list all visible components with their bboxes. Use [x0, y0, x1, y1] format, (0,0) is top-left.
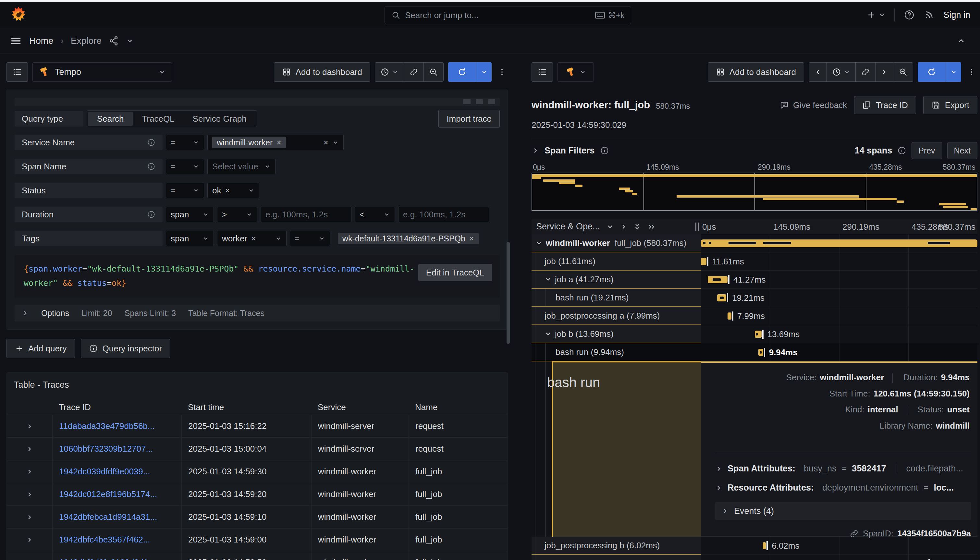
trace-table-row[interactable]: 11dabada33e479db56b...2025-01-03 15:16:2… [7, 415, 508, 437]
resource-attributes-row[interactable]: Resource Attributes: deployment.environm… [715, 483, 971, 493]
span-row[interactable]: job b (13.69ms)13.69ms [532, 325, 977, 343]
span-timeline-cell[interactable] [701, 234, 977, 252]
span-duration-bar[interactable] [728, 312, 732, 320]
span-duration-bar[interactable] [763, 542, 766, 549]
chevron-right-icon[interactable] [26, 445, 33, 453]
chevron-down-icon[interactable] [535, 240, 543, 247]
datasource-picker-mini[interactable] [557, 62, 594, 82]
duration-min-input[interactable]: e.g. 100ms, 1.2s [260, 207, 352, 222]
grafana-logo[interactable] [10, 6, 27, 24]
datasource-picker[interactable]: Tempo [32, 62, 172, 82]
edit-in-traceql-button[interactable]: Edit in TraceQL [418, 264, 492, 281]
span-row[interactable]: job a (41.27ms)41.27ms [532, 271, 977, 289]
span-attributes-row[interactable]: Span Attributes: busy_ns = 3582417 code.… [715, 463, 971, 474]
span-row[interactable]: job (11.61ms)11.61ms [532, 252, 977, 271]
duration-op-gt[interactable]: > [217, 207, 257, 222]
trace-table-row[interactable]: 1942dbf9d9fa6108d0d1...2025-01-03 14:58:… [7, 551, 508, 560]
content-outline-button[interactable] [532, 62, 553, 82]
status-value[interactable]: ok × [207, 183, 259, 198]
span-timeline-cell[interactable]: 6.02ms [701, 537, 977, 555]
chevron-down-icon[interactable] [545, 276, 552, 283]
span-timeline-cell[interactable]: 9.94ms [701, 343, 977, 362]
time-shift-forward-button[interactable] [875, 63, 893, 82]
chevron-right-icon[interactable] [532, 147, 539, 155]
trace-minimap[interactable] [532, 173, 977, 211]
trace-id-link[interactable]: 1942dc039dfdf9e0039... [59, 467, 150, 477]
trace-table-row[interactable]: 1942dc039dfdf9e0039...2025-01-03 14:59:3… [7, 460, 508, 483]
refresh-icon[interactable] [918, 62, 946, 82]
chevron-right-icon[interactable] [26, 536, 33, 543]
span-name-cell[interactable]: bash run (19.21ms) [532, 289, 701, 307]
sign-in-link[interactable]: Sign in [943, 10, 970, 20]
duration-scope[interactable]: span [166, 207, 214, 222]
chevron-down-icon[interactable] [545, 330, 552, 337]
tags-value-chip[interactable]: wk-default-133114d6a91e-PSPQb× [338, 233, 478, 244]
run-query-caret[interactable] [946, 62, 961, 82]
span-name-cell[interactable]: bash run (9.94ms) [532, 343, 701, 362]
query-inspector-button[interactable]: Query inspector [81, 339, 170, 358]
chevron-right-icon[interactable] [26, 559, 33, 560]
span-row[interactable]: bash run (19.21ms)19.21ms [532, 289, 977, 307]
import-trace-button[interactable]: Import trace [438, 110, 500, 128]
tags-key[interactable]: worker × [217, 231, 287, 246]
span-name-value[interactable]: Select value [207, 159, 275, 174]
span-row[interactable]: job c (286.87ms)286.87ms [532, 555, 977, 560]
span-row[interactable]: windmill-workerfull_job (580.37ms) [532, 234, 977, 252]
new-menu-button[interactable] [867, 10, 885, 20]
kebab-menu-icon[interactable] [496, 62, 508, 82]
span-timeline-cell[interactable]: 11.61ms [701, 252, 977, 271]
chevron-right-icon[interactable] [26, 423, 33, 430]
trace-table-row[interactable]: 1060bbf732309b12707...2025-01-03 15:00:0… [7, 437, 508, 460]
add-query-button[interactable]: Add query [7, 339, 75, 358]
trace-id-link[interactable]: 1942dbf9d9fa6108d0d1... [59, 557, 155, 560]
copy-link-button[interactable] [404, 63, 423, 82]
service-name-chip[interactable]: windmill-worker× [212, 137, 286, 148]
events-section[interactable]: Events (4) [715, 502, 971, 520]
span-name-cell[interactable]: job c (286.87ms) [532, 555, 701, 560]
add-to-dashboard-button[interactable]: Add to dashboard [708, 62, 804, 82]
col-name[interactable]: Name [408, 402, 508, 412]
span-duration-bar[interactable] [701, 258, 707, 265]
duration-max-input[interactable]: e.g. 100ms, 1.2s [398, 207, 489, 222]
next-span-button[interactable]: Next [947, 142, 977, 159]
tags-operator[interactable]: = [290, 231, 330, 246]
collapse-panel-icon[interactable] [957, 37, 965, 45]
copy-link-button[interactable] [855, 63, 875, 82]
span-duration-bar[interactable] [758, 349, 763, 356]
expand-all-icon[interactable] [634, 223, 641, 231]
chevron-right-icon[interactable] [26, 468, 33, 475]
span-name-cell[interactable]: job b (13.69ms) [532, 325, 701, 343]
chevron-right-icon[interactable] [26, 491, 33, 498]
tab-service-graph[interactable]: Service Graph [184, 112, 256, 126]
span-duration-bar[interactable] [755, 331, 761, 338]
help-icon[interactable] [904, 9, 915, 20]
span-row[interactable]: bash run (9.94ms)9.94ms [532, 343, 977, 362]
span-name-cell[interactable]: job_postprocessing b (6.02ms) [532, 537, 701, 555]
tab-traceql[interactable]: TraceQL [133, 112, 183, 126]
trace-id-link[interactable]: 1942dc012e8f196b5174... [59, 489, 157, 499]
chevron-right-icon[interactable] [26, 513, 33, 521]
span-name-cell[interactable]: job_postprocessing a (7.99ms) [532, 307, 701, 325]
zoom-out-button[interactable] [893, 63, 913, 82]
tags-scope[interactable]: span [166, 231, 214, 246]
left-pane-scrollbar[interactable] [507, 242, 510, 344]
global-search-input[interactable]: Search or jump to... ⌘+k [385, 6, 631, 24]
export-button[interactable]: Export [923, 96, 977, 114]
news-rss-icon[interactable] [924, 10, 934, 20]
span-duration-bar[interactable] [708, 276, 727, 283]
share-icon[interactable] [109, 36, 119, 46]
chevron-down-icon[interactable] [607, 223, 613, 230]
col-start-time[interactable]: Start time [182, 402, 311, 412]
service-name-operator[interactable]: = [166, 135, 204, 150]
span-row[interactable]: job_postprocessing a (7.99ms)7.99ms [532, 307, 977, 325]
span-name-cell[interactable]: windmill-workerfull_job (580.37ms) [532, 234, 701, 252]
kebab-menu-icon[interactable] [966, 62, 977, 82]
trace-id-link[interactable]: 1942dbfebca1d9914a31... [59, 512, 157, 522]
span-duration-bar[interactable] [701, 240, 977, 247]
trace-table-row[interactable]: 1942dc012e8f196b5174...2025-01-03 14:59:… [7, 483, 508, 505]
breadcrumb-home[interactable]: Home [29, 36, 53, 46]
time-picker-button[interactable] [375, 63, 404, 82]
span-duration-bar[interactable] [717, 294, 726, 302]
span-name-cell[interactable]: job (11.61ms) [532, 252, 701, 271]
trace-id-link[interactable]: 1060bbf732309b12707... [59, 444, 153, 454]
